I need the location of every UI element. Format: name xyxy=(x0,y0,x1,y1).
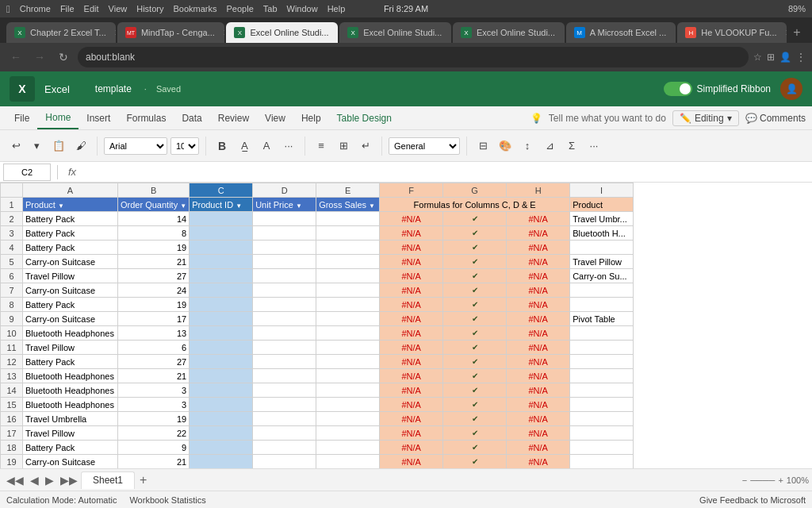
cell-A5[interactable]: Carry-on Suitcase xyxy=(23,255,118,269)
cell-H18[interactable]: #N/A xyxy=(507,441,570,455)
cell-C8[interactable] xyxy=(190,298,253,312)
toggle-switch[interactable] xyxy=(664,82,692,96)
menu-edit[interactable]: Edit xyxy=(84,4,99,13)
sheet-nav-prev[interactable]: ◀ xyxy=(27,474,42,487)
cell-E12[interactable] xyxy=(316,355,380,369)
cell-styles-button[interactable]: 🎨 xyxy=(496,137,515,156)
cell-C10[interactable] xyxy=(190,326,253,341)
cell-B19[interactable]: 21 xyxy=(118,455,190,469)
cell-H17[interactable]: #N/A xyxy=(507,426,570,441)
cell-I3[interactable]: Bluetooth H... xyxy=(570,226,634,241)
cell-I11[interactable] xyxy=(570,341,634,355)
cell-I17[interactable] xyxy=(570,426,634,441)
menu-icon[interactable]: ⋮ xyxy=(796,52,806,63)
cell-F3[interactable]: #N/A xyxy=(380,226,443,241)
format-painter-button[interactable]: 🖌 xyxy=(71,137,90,156)
cell-D8[interactable] xyxy=(253,298,316,312)
cell-B14[interactable]: 3 xyxy=(118,383,190,398)
cell-I1[interactable]: Product xyxy=(570,198,634,212)
cell-B2[interactable]: 14 xyxy=(118,212,190,226)
add-sheet-button[interactable]: + xyxy=(135,473,151,487)
tab-data[interactable]: Data xyxy=(174,106,209,129)
cell-B9[interactable]: 17 xyxy=(118,312,190,326)
tab-file[interactable]: File xyxy=(6,106,37,129)
cell-H5[interactable]: #N/A xyxy=(507,255,570,269)
tab-insert[interactable]: Insert xyxy=(79,106,118,129)
cell-I9[interactable]: Pivot Table xyxy=(570,312,634,326)
col-header-H[interactable]: H xyxy=(507,183,570,198)
cell-B10[interactable]: 13 xyxy=(118,326,190,341)
align-button[interactable]: ≡ xyxy=(312,137,331,156)
cell-A13[interactable]: Bluetooth Headphones xyxy=(23,369,118,383)
cell-H4[interactable]: #N/A xyxy=(507,241,570,255)
cell-H3[interactable]: #N/A xyxy=(507,226,570,241)
cell-I19[interactable] xyxy=(570,455,634,469)
cell-H19[interactable]: #N/A xyxy=(507,455,570,469)
cell-D17[interactable] xyxy=(253,426,316,441)
cell-B1[interactable]: Order Quantity ▼ xyxy=(118,198,190,212)
cell-D15[interactable] xyxy=(253,398,316,412)
undo-button[interactable]: ↩ xyxy=(6,137,25,156)
cell-I14[interactable] xyxy=(570,383,634,398)
cell-I4[interactable] xyxy=(570,241,634,255)
browser-tab-7[interactable]: H He VLOOKUP Fu... ✕ xyxy=(677,22,786,43)
col-header-D[interactable]: D xyxy=(253,183,316,198)
cell-C6[interactable] xyxy=(190,269,253,283)
menu-help[interactable]: Help xyxy=(327,4,346,13)
cell-D11[interactable] xyxy=(253,341,316,355)
cell-F11[interactable]: #N/A xyxy=(380,341,443,355)
cell-E7[interactable] xyxy=(316,283,380,298)
menu-window[interactable]: Window xyxy=(287,4,318,13)
cell-H8[interactable]: #N/A xyxy=(507,298,570,312)
cell-F16[interactable]: #N/A xyxy=(380,412,443,426)
refresh-button[interactable]: ↻ xyxy=(54,48,73,67)
more-toolbar[interactable]: ··· xyxy=(584,137,603,156)
cell-I2[interactable]: Travel Umbr... xyxy=(570,212,634,226)
cell-B18[interactable]: 9 xyxy=(118,441,190,455)
cell-E14[interactable] xyxy=(316,383,380,398)
cell-H11[interactable]: #N/A xyxy=(507,341,570,355)
cell-A14[interactable]: Bluetooth Headphones xyxy=(23,383,118,398)
bold-button[interactable]: B xyxy=(213,137,232,156)
tab-review[interactable]: Review xyxy=(210,106,257,129)
cell-F6[interactable]: #N/A xyxy=(380,269,443,283)
cell-E4[interactable] xyxy=(316,241,380,255)
wrap-button[interactable]: ↵ xyxy=(356,137,375,156)
cell-B11[interactable]: 6 xyxy=(118,341,190,355)
number-format-select[interactable]: General xyxy=(389,137,460,155)
cell-D16[interactable] xyxy=(253,412,316,426)
cell-H9[interactable]: #N/A xyxy=(507,312,570,326)
cell-F19[interactable]: #N/A xyxy=(380,455,443,469)
cell-A10[interactable]: Bluetooth Headphones xyxy=(23,326,118,341)
tab-home[interactable]: Home xyxy=(37,106,79,129)
cell-I18[interactable] xyxy=(570,441,634,455)
font-size-select[interactable]: 10 xyxy=(170,137,199,155)
cell-A9[interactable]: Carry-on Suitcase xyxy=(23,312,118,326)
cell-A7[interactable]: Carry-on Suitcase xyxy=(23,283,118,298)
cell-C9[interactable] xyxy=(190,312,253,326)
cell-C4[interactable] xyxy=(190,241,253,255)
tab-close-5[interactable]: ✕ xyxy=(561,27,565,38)
cell-E6[interactable] xyxy=(316,269,380,283)
cell-H10[interactable]: #N/A xyxy=(507,326,570,341)
editing-dropdown[interactable]: ▾ xyxy=(727,113,732,124)
new-tab-button[interactable]: + xyxy=(788,22,806,43)
zoom-out-button[interactable]: − xyxy=(742,475,747,485)
cell-E9[interactable] xyxy=(316,312,380,326)
cell-F12[interactable]: #N/A xyxy=(380,355,443,369)
cell-E10[interactable] xyxy=(316,326,380,341)
cell-C12[interactable] xyxy=(190,355,253,369)
sheet-nav-left[interactable]: ◀◀ xyxy=(3,474,27,487)
cell-F2[interactable]: #N/A xyxy=(380,212,443,226)
cell-A15[interactable]: Bluetooth Headphones xyxy=(23,398,118,412)
tell-me-text[interactable]: Tell me what you want to do xyxy=(549,113,666,124)
cell-D14[interactable] xyxy=(253,383,316,398)
cell-A16[interactable]: Travel Umbrella xyxy=(23,412,118,426)
cell-C5[interactable] xyxy=(190,255,253,269)
col-header-B[interactable]: B xyxy=(118,183,190,198)
browser-tab-4[interactable]: X Excel Online Studi... ✕ xyxy=(339,22,451,43)
cell-B3[interactable]: 8 xyxy=(118,226,190,241)
cell-I13[interactable] xyxy=(570,369,634,383)
cell-E3[interactable] xyxy=(316,226,380,241)
cell-F7[interactable]: #N/A xyxy=(380,283,443,298)
